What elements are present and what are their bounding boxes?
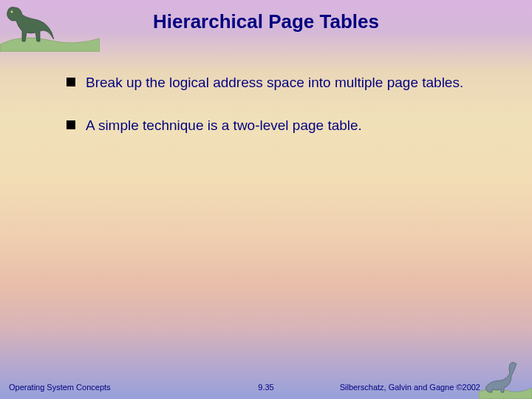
footer-copyright: Silberschatz, Galvin and Gagne ©2002 [340,383,480,392]
slide: Hierarchical Page Tables Break up the lo… [0,0,532,399]
bullet-item: A simple technique is a two-level page t… [66,117,488,134]
bullet-item: Break up the logical address space into … [66,74,488,92]
slide-title: Hierarchical Page Tables [0,10,532,33]
slide-footer: Operating System Concepts 9.35 Silbersch… [0,377,532,392]
slide-content: Break up the logical address space into … [66,74,488,160]
